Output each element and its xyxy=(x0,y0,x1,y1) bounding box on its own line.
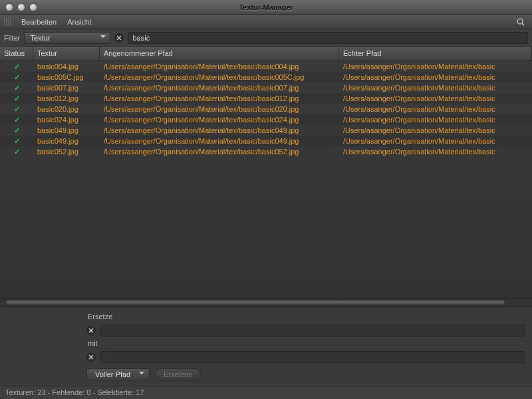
clear-filter-button[interactable] xyxy=(114,33,124,43)
assumed-path: /Users/asanger/Organisation/Material/tex… xyxy=(100,137,339,145)
window-controls xyxy=(5,3,37,11)
replace-from-input[interactable] xyxy=(100,325,525,336)
replace-button[interactable]: Ersetzen xyxy=(155,368,201,380)
replace-mode-value: Voller Pfad xyxy=(95,370,130,378)
replace-mode-dropdown[interactable]: Voller Pfad xyxy=(86,368,150,380)
assumed-path: /Users/asanger/Organisation/Material/tex… xyxy=(100,94,339,102)
real-path: /Users/asanger/Organisation/Material/tex… xyxy=(339,137,532,145)
real-path: /Users/asanger/Organisation/Material/tex… xyxy=(339,148,532,156)
assumed-path: /Users/asanger/Organisation/Material/tex… xyxy=(100,84,339,92)
status-ok-icon: ✓ xyxy=(0,148,33,156)
x-icon xyxy=(88,328,94,333)
status-ok-icon: ✓ xyxy=(0,63,33,71)
clear-replace-button[interactable] xyxy=(86,326,96,335)
table-row[interactable]: ✓basic024.jpg/Users/asanger/Organisation… xyxy=(0,114,532,125)
status-ok-icon: ✓ xyxy=(0,105,33,114)
zoom-window-button[interactable] xyxy=(29,3,37,11)
texture-name: basic007.jpg xyxy=(33,84,100,92)
x-icon xyxy=(88,354,94,360)
status-ok-icon: ✓ xyxy=(0,116,33,124)
replace-label: Ersetze xyxy=(86,313,532,321)
table-row[interactable]: ✓basic049.jpg/Users/asanger/Organisation… xyxy=(0,136,532,146)
texture-name: basic005C.jpg xyxy=(33,73,100,81)
table-row[interactable]: ✓basic007.jpg/Users/asanger/Organisation… xyxy=(0,82,532,93)
col-status[interactable]: Status xyxy=(0,47,33,61)
status-ok-icon: ✓ xyxy=(0,84,33,92)
assumed-path: /Users/asanger/Organisation/Material/tex… xyxy=(100,148,339,156)
table-row[interactable]: ✓basic049.jpg/Users/asanger/Organisation… xyxy=(0,125,532,136)
clear-with-button[interactable] xyxy=(86,352,96,362)
texture-name: basic052.jpg xyxy=(33,148,100,156)
real-path: /Users/asanger/Organisation/Material/tex… xyxy=(339,73,532,81)
status-ok-icon: ✓ xyxy=(0,126,33,135)
real-path: /Users/asanger/Organisation/Material/tex… xyxy=(339,94,532,102)
filter-type-value: Textur xyxy=(30,34,50,42)
table-row[interactable]: ✓basic020.jpg/Users/asanger/Organisation… xyxy=(0,104,532,114)
horizontal-scrollbar[interactable] xyxy=(0,298,532,307)
filterbar: Filter Textur xyxy=(0,29,532,47)
assumed-path: /Users/asanger/Organisation/Material/tex… xyxy=(100,73,339,81)
assumed-path: /Users/asanger/Organisation/Material/tex… xyxy=(100,105,339,113)
texture-name: basic020.jpg xyxy=(33,105,100,113)
texture-name: basic024.jpg xyxy=(33,116,100,124)
replace-panel: Ersetze mit Voller Pfad Ersetzen xyxy=(0,307,532,386)
titlebar: Textur-Manager xyxy=(0,0,532,15)
texture-name: basic049.jpg xyxy=(33,126,100,134)
texture-name: basic004.jpg xyxy=(33,63,100,70)
assumed-path: /Users/asanger/Organisation/Material/tex… xyxy=(100,116,339,124)
filter-type-dropdown[interactable]: Textur xyxy=(24,32,110,44)
texture-name: basic049.jpg xyxy=(33,137,100,145)
window-title: Textur-Manager xyxy=(239,3,293,11)
with-label: mit xyxy=(86,339,532,347)
real-path: /Users/asanger/Organisation/Material/tex… xyxy=(339,84,532,92)
assumed-path: /Users/asanger/Organisation/Material/tex… xyxy=(100,126,339,134)
column-headers: Status Textur Angenommener Pfad Echter P… xyxy=(0,47,532,61)
grip-icon xyxy=(4,18,12,26)
filter-input[interactable] xyxy=(128,32,528,44)
assumed-path: /Users/asanger/Organisation/Material/tex… xyxy=(100,63,339,70)
real-path: /Users/asanger/Organisation/Material/tex… xyxy=(339,116,532,124)
real-path: /Users/asanger/Organisation/Material/tex… xyxy=(339,126,532,134)
close-window-button[interactable] xyxy=(5,3,13,11)
col-assumed-path[interactable]: Angenommener Pfad xyxy=(100,47,339,61)
table-row[interactable]: ✓basic052.jpg/Users/asanger/Organisation… xyxy=(0,146,532,157)
svg-point-0 xyxy=(517,19,523,24)
search-icon[interactable] xyxy=(516,17,525,27)
real-path: /Users/asanger/Organisation/Material/tex… xyxy=(339,105,532,113)
filter-label: Filter xyxy=(4,34,20,42)
statusbar: Texturen: 23 - Fehlende: 0 - Selektierte… xyxy=(0,386,532,399)
table-row[interactable]: ✓basic012.jpg/Users/asanger/Organisation… xyxy=(0,93,532,104)
menu-edit[interactable]: Bearbeiten xyxy=(16,18,62,26)
real-path: /Users/asanger/Organisation/Material/tex… xyxy=(339,63,532,70)
replace-with-input[interactable] xyxy=(100,351,525,363)
x-icon xyxy=(116,35,122,41)
status-ok-icon: ✓ xyxy=(0,137,33,146)
texture-table[interactable]: ✓basic004.jpg/Users/asanger/Organisation… xyxy=(0,61,532,298)
col-textur[interactable]: Textur xyxy=(33,47,100,61)
status-ok-icon: ✓ xyxy=(0,94,33,103)
status-ok-icon: ✓ xyxy=(0,73,33,82)
col-real-path[interactable]: Echter Pfad xyxy=(339,47,532,61)
table-row[interactable]: ✓basic005C.jpg/Users/asanger/Organisatio… xyxy=(0,72,532,82)
menubar: Bearbeiten Ansicht xyxy=(0,15,532,29)
minimize-window-button[interactable] xyxy=(17,3,25,11)
scrollbar-thumb[interactable] xyxy=(5,300,505,305)
svg-line-1 xyxy=(522,23,524,25)
texture-name: basic012.jpg xyxy=(33,94,100,102)
menu-view[interactable]: Ansicht xyxy=(62,18,96,26)
table-row[interactable]: ✓basic004.jpg/Users/asanger/Organisation… xyxy=(0,61,532,72)
